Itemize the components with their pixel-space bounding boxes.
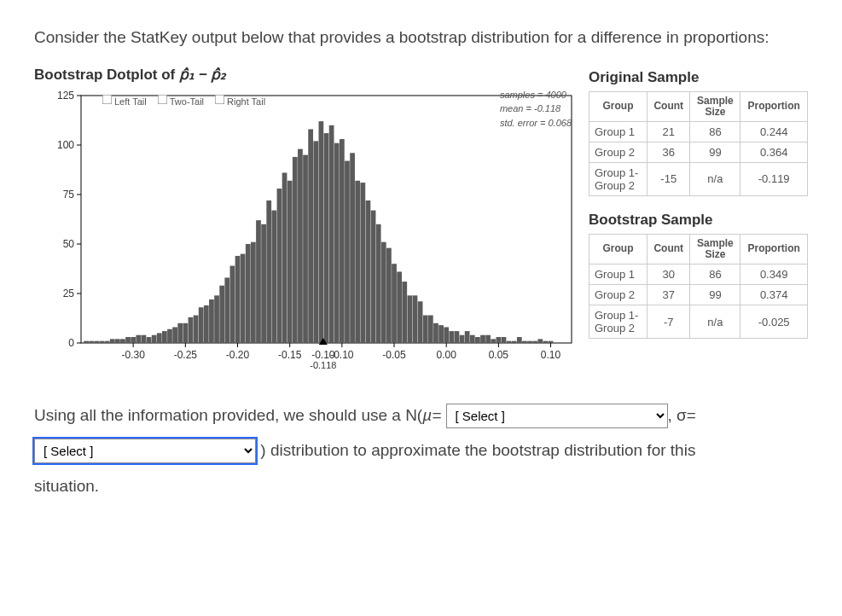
table-cell: 86 xyxy=(690,121,740,142)
stderr-label: std. error = xyxy=(500,118,549,128)
svg-rect-36 xyxy=(110,339,115,343)
answer-suffix: ) distribution to approximate the bootst… xyxy=(260,441,695,459)
two-tail-toggle[interactable]: Two-Tail xyxy=(154,91,204,108)
table-cell: 0.364 xyxy=(740,142,808,162)
svg-rect-33 xyxy=(94,340,99,342)
mean-label: mean = xyxy=(500,103,534,113)
svg-text:-0.15: -0.15 xyxy=(278,349,302,361)
two-tail-checkbox[interactable] xyxy=(157,94,167,104)
svg-text:-0.10: -0.10 xyxy=(311,349,335,361)
svg-rect-114 xyxy=(517,337,522,343)
svg-text:0: 0 xyxy=(68,337,74,349)
left-tail-checkbox[interactable] xyxy=(102,94,113,104)
table-header: Proportion xyxy=(740,234,808,264)
svg-rect-47 xyxy=(167,328,172,342)
samples-value: 4000 xyxy=(545,90,566,100)
svg-rect-97 xyxy=(428,315,433,342)
chart-stats: samples = 4000 mean = -0.118 std. error … xyxy=(500,88,572,131)
svg-text:0.00: 0.00 xyxy=(437,349,457,361)
after-mu: , σ= xyxy=(668,406,696,424)
table-cell: 0.349 xyxy=(740,264,808,285)
svg-text:-0.30: -0.30 xyxy=(121,349,145,361)
svg-text:25: 25 xyxy=(63,288,75,299)
answer-prefix: Using all the information provided, we s… xyxy=(34,406,422,424)
svg-rect-94 xyxy=(413,295,418,343)
table-cell: Group 1-Group 2 xyxy=(589,162,647,195)
left-tail-toggle[interactable]: Left Tail xyxy=(98,91,147,108)
answer-line3: situation. xyxy=(34,477,99,495)
svg-rect-119 xyxy=(543,340,549,342)
svg-rect-112 xyxy=(507,340,512,342)
svg-rect-78 xyxy=(329,125,334,342)
svg-rect-41 xyxy=(136,334,141,342)
svg-rect-95 xyxy=(418,301,423,343)
svg-text:-0.118: -0.118 xyxy=(310,360,336,370)
svg-text:100: 100 xyxy=(57,139,74,151)
svg-rect-116 xyxy=(527,340,532,342)
svg-rect-31 xyxy=(84,340,89,342)
svg-rect-70 xyxy=(287,180,293,342)
table-cell: 37 xyxy=(647,285,690,305)
svg-rect-96 xyxy=(423,315,428,342)
bootstrap-sample-heading: Bootstrap Sample xyxy=(589,212,808,229)
svg-rect-66 xyxy=(266,200,271,342)
svg-rect-113 xyxy=(512,340,517,342)
svg-rect-92 xyxy=(402,282,407,343)
svg-rect-54 xyxy=(204,305,209,342)
svg-rect-67 xyxy=(271,210,276,342)
stderr-value: 0.068 xyxy=(548,118,572,128)
svg-rect-79 xyxy=(334,142,340,342)
table-header: Proportion xyxy=(740,91,808,121)
table-cell: -15 xyxy=(647,162,690,195)
svg-rect-43 xyxy=(147,337,152,343)
mu-label: µ= xyxy=(422,406,441,424)
svg-text:50: 50 xyxy=(63,238,75,250)
svg-text:125: 125 xyxy=(57,90,74,102)
svg-rect-49 xyxy=(177,323,183,342)
svg-rect-106 xyxy=(475,337,480,343)
two-tail-label: Two-Tail xyxy=(170,96,204,107)
right-tail-toggle[interactable]: Right Tail xyxy=(211,91,265,108)
answer-area: Using all the information provided, we s… xyxy=(34,398,808,504)
svg-rect-42 xyxy=(142,334,147,342)
svg-rect-53 xyxy=(199,307,204,343)
svg-rect-100 xyxy=(444,327,449,343)
svg-rect-115 xyxy=(522,340,527,342)
table-cell: 99 xyxy=(690,142,740,162)
svg-rect-52 xyxy=(194,315,199,342)
svg-rect-60 xyxy=(235,255,241,342)
question-intro: Consider the StatKey output below that p… xyxy=(34,26,808,50)
mu-select[interactable]: [ Select ] xyxy=(446,404,668,428)
svg-rect-109 xyxy=(491,339,496,343)
svg-rect-57 xyxy=(219,285,224,342)
svg-rect-72 xyxy=(298,148,303,342)
svg-rect-65 xyxy=(261,224,266,342)
sigma-select[interactable]: [ Select ] xyxy=(34,439,256,463)
table-cell: -0.025 xyxy=(740,305,808,339)
bootstrap-sample-table: GroupCountSampleSizeProportionGroup 1308… xyxy=(589,234,808,339)
table-cell: 0.374 xyxy=(740,285,808,305)
svg-rect-74 xyxy=(308,129,313,343)
svg-rect-48 xyxy=(172,327,177,343)
table-cell: 99 xyxy=(690,285,740,305)
svg-rect-117 xyxy=(532,340,537,342)
svg-rect-110 xyxy=(496,337,501,343)
svg-rect-86 xyxy=(371,210,376,342)
svg-rect-55 xyxy=(209,299,214,342)
table-cell: Group 1 xyxy=(589,264,647,285)
table-cell: Group 2 xyxy=(589,142,647,162)
svg-rect-38 xyxy=(120,339,125,343)
svg-rect-44 xyxy=(152,334,157,342)
chart-title-prefix: Bootstrap Dotplot of xyxy=(34,67,179,83)
table-cell: Group 2 xyxy=(589,285,647,305)
right-tail-checkbox[interactable] xyxy=(215,94,225,104)
svg-rect-104 xyxy=(465,331,470,343)
svg-text:75: 75 xyxy=(63,189,75,200)
table-cell: Group 1-Group 2 xyxy=(589,305,647,339)
svg-rect-61 xyxy=(241,253,246,342)
svg-rect-63 xyxy=(251,241,256,342)
svg-rect-108 xyxy=(485,334,491,342)
svg-rect-103 xyxy=(460,334,465,342)
table-header: SampleSize xyxy=(690,234,740,264)
table-cell: 86 xyxy=(690,264,740,285)
